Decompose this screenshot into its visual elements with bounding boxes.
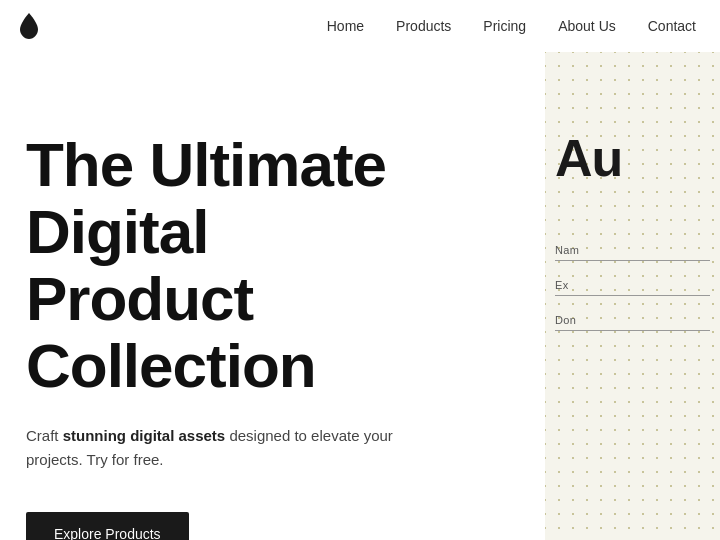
nav-contact[interactable]: Contact xyxy=(648,18,696,34)
navbar: Home Products Pricing About Us Contact xyxy=(0,0,720,52)
card-field-2: Don xyxy=(555,314,710,331)
nav-about-us[interactable]: About Us xyxy=(558,18,616,34)
hero-subtitle: Craft stunning digital assets designed t… xyxy=(26,424,430,472)
hero-title: The Ultimate Digital Product Collection xyxy=(26,132,430,400)
card-content: Au Nam Ex Don xyxy=(555,132,710,331)
nav-home[interactable]: Home xyxy=(327,18,364,34)
card-preview-title: Au xyxy=(555,132,710,184)
card-field-line-0 xyxy=(555,260,710,261)
card-field-line-2 xyxy=(555,330,710,331)
card-fields: Nam Ex Don xyxy=(555,244,710,331)
card-field-1: Ex xyxy=(555,279,710,296)
logo[interactable] xyxy=(20,13,38,39)
nav-links: Home Products Pricing About Us Contact xyxy=(327,18,696,34)
hero-content: The Ultimate Digital Product Collection … xyxy=(0,132,430,540)
card-field-0: Nam xyxy=(555,244,710,261)
nav-products[interactable]: Products xyxy=(396,18,451,34)
nav-pricing[interactable]: Pricing xyxy=(483,18,526,34)
explore-products-button[interactable]: Explore Products xyxy=(26,512,189,540)
logo-icon xyxy=(20,13,38,39)
card-preview: Au Nam Ex Don xyxy=(545,52,720,540)
card-field-line-1 xyxy=(555,295,710,296)
